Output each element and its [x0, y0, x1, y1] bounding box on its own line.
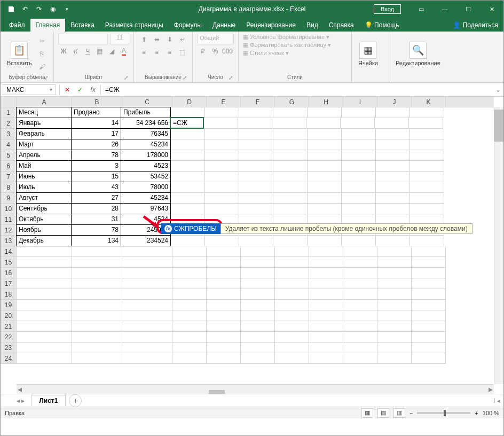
- cell[interactable]: 43: [71, 182, 121, 193]
- column-header[interactable]: K: [412, 97, 446, 107]
- cell[interactable]: [275, 268, 309, 278]
- cell[interactable]: [72, 289, 122, 300]
- cell[interactable]: [309, 268, 343, 278]
- cell[interactable]: 45234: [121, 139, 171, 150]
- cell[interactable]: 53452: [121, 171, 171, 182]
- cell[interactable]: 78: [71, 150, 121, 161]
- row-header[interactable]: 3: [1, 129, 16, 139]
- qat-customize-icon[interactable]: ▾: [60, 3, 73, 15]
- maximize-icon[interactable]: ☐: [456, 1, 480, 18]
- cell[interactable]: Прибыль: [121, 107, 171, 118]
- cell[interactable]: [207, 257, 241, 268]
- cell[interactable]: [412, 289, 446, 300]
- cell[interactable]: 134: [71, 235, 121, 246]
- row-header[interactable]: 18: [1, 289, 16, 300]
- sheet-nav[interactable]: ◂ ▸: [17, 397, 25, 404]
- row-header[interactable]: 4: [1, 139, 16, 150]
- align-center-icon[interactable]: ≡: [151, 46, 163, 58]
- save-icon[interactable]: [5, 3, 18, 15]
- cell[interactable]: [343, 300, 377, 310]
- cell[interactable]: [308, 204, 342, 214]
- dialog-launcher-icon[interactable]: ⤢: [229, 75, 235, 81]
- cell[interactable]: [377, 289, 412, 300]
- border-icon[interactable]: ▦: [94, 45, 106, 57]
- cell[interactable]: [205, 182, 239, 193]
- cell[interactable]: [171, 172, 205, 182]
- tab-review[interactable]: Рецензирование: [241, 19, 301, 32]
- row-header[interactable]: 5: [1, 150, 16, 161]
- row-header[interactable]: 10: [1, 204, 16, 214]
- cell[interactable]: [309, 246, 343, 257]
- cell[interactable]: [410, 182, 444, 193]
- cell[interactable]: [17, 321, 72, 332]
- cell[interactable]: [377, 257, 412, 268]
- cell[interactable]: [410, 236, 444, 246]
- row-header[interactable]: 16: [1, 268, 16, 278]
- cell[interactable]: [409, 118, 443, 129]
- sheet-tab[interactable]: Лист1: [31, 395, 66, 406]
- active-cell[interactable]: =СЖ: [170, 117, 204, 129]
- cell[interactable]: [309, 257, 343, 268]
- cell[interactable]: [241, 300, 275, 310]
- cell[interactable]: [172, 289, 207, 300]
- tell-me[interactable]: 💡 Помощь: [359, 19, 405, 32]
- number-format[interactable]: Общий: [197, 34, 234, 44]
- cell[interactable]: [309, 342, 343, 353]
- cell[interactable]: [17, 278, 72, 289]
- cell[interactable]: [122, 278, 172, 289]
- cell[interactable]: [377, 310, 412, 321]
- row-header[interactable]: 1: [1, 107, 16, 118]
- cell[interactable]: [309, 353, 343, 364]
- cell[interactable]: [342, 161, 376, 172]
- zoom-slider[interactable]: [417, 412, 470, 414]
- dialog-launcher-icon[interactable]: ⤢: [44, 75, 50, 81]
- cell[interactable]: [207, 310, 241, 321]
- cell[interactable]: [343, 257, 377, 268]
- cell[interactable]: 27: [71, 192, 121, 204]
- row-header[interactable]: 17: [1, 278, 16, 289]
- cell[interactable]: [273, 182, 308, 193]
- italic-icon[interactable]: К: [70, 45, 82, 57]
- cell[interactable]: [241, 321, 275, 332]
- dialog-launcher-icon[interactable]: ⤢: [183, 75, 189, 81]
- cell[interactable]: [273, 161, 308, 172]
- cut-icon[interactable]: ✂: [36, 35, 48, 47]
- cell[interactable]: [207, 353, 241, 364]
- cell[interactable]: [17, 342, 72, 353]
- row-header[interactable]: 8: [1, 182, 16, 193]
- cell[interactable]: [72, 321, 122, 332]
- cell[interactable]: [377, 246, 412, 257]
- row-header[interactable]: 6: [1, 161, 16, 172]
- cell[interactable]: [241, 289, 275, 300]
- cell[interactable]: 26: [71, 139, 121, 150]
- cell[interactable]: [410, 139, 444, 150]
- cell[interactable]: [306, 118, 341, 129]
- cell[interactable]: [273, 129, 308, 139]
- cell[interactable]: [207, 278, 241, 289]
- share-button[interactable]: 👤 Поделиться: [447, 19, 503, 32]
- cell[interactable]: [72, 300, 122, 310]
- cell[interactable]: [239, 204, 273, 214]
- cell[interactable]: 15: [71, 171, 121, 182]
- cell[interactable]: [342, 182, 376, 193]
- cell[interactable]: 4523: [121, 160, 171, 172]
- cell[interactable]: 97643: [121, 203, 171, 214]
- cell[interactable]: [343, 321, 377, 332]
- cell[interactable]: [172, 246, 207, 257]
- column-header[interactable]: E: [207, 97, 241, 107]
- cell[interactable]: [275, 353, 309, 364]
- cell[interactable]: [239, 182, 273, 193]
- cell[interactable]: [275, 300, 309, 310]
- font-size[interactable]: 11: [110, 34, 129, 44]
- cell[interactable]: [17, 300, 72, 310]
- cell[interactable]: [342, 139, 376, 150]
- cell[interactable]: [207, 300, 241, 310]
- cell[interactable]: [377, 332, 412, 342]
- wrap-text-icon[interactable]: ↵: [177, 34, 188, 45]
- conditional-formatting-button[interactable]: ▦ Условное форматирование ▾: [243, 34, 329, 41]
- align-top-icon[interactable]: ⬆: [138, 34, 150, 45]
- cell[interactable]: [412, 342, 446, 353]
- cell[interactable]: [72, 246, 122, 257]
- cell[interactable]: [376, 161, 410, 172]
- cell[interactable]: [412, 257, 446, 268]
